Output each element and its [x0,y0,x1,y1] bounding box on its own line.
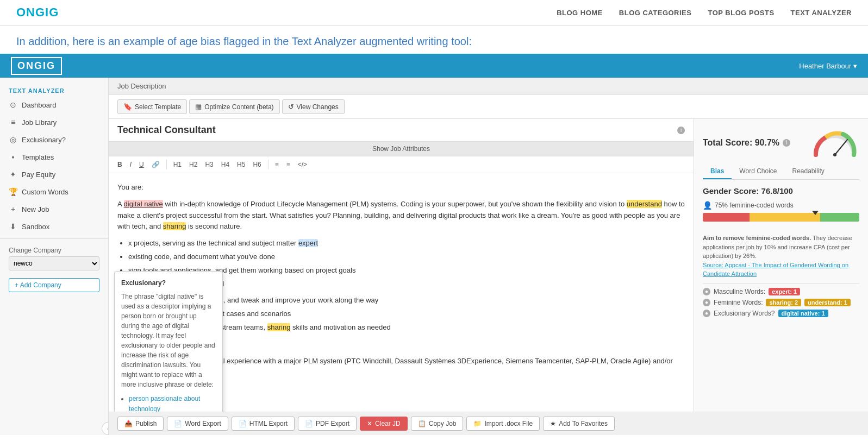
html-export-icon: 📄 [239,420,247,427]
user-menu[interactable]: Heather Barbour ▾ [799,62,857,70]
score-info-icon[interactable]: i [783,139,790,147]
history-icon: ↺ [288,103,294,111]
format-code[interactable]: </> [295,159,310,170]
sidebar-item-sandbox[interactable]: ⬇ Sandbox [0,218,108,235]
nav-text-analyzer[interactable]: TEXT ANALYZER [791,9,852,17]
top-nav-logo[interactable]: ONGIG [16,5,59,20]
copy-icon: 📋 [418,420,426,427]
tooltip-title: Exclusionary? [121,278,216,288]
masculine-info-icon[interactable]: ● [703,288,710,295]
masculine-word-expert[interactable]: expert [298,239,318,247]
editor-toolbar: 🔖 Select Template ▦ Optimize Content (be… [109,95,868,119]
nav-blog-categories[interactable]: BLOG CATEGORIES [619,9,692,17]
company-select[interactable]: newco [9,256,99,270]
aim-source-link[interactable]: Source: Appcast - The Impact of Gendered… [703,262,848,278]
word-export-button[interactable]: 📄 Word Export [167,417,228,431]
content-area: Job Description 🔖 Select Template ▦ Opti… [109,78,868,435]
templates-icon: ▪ [9,153,17,161]
format-h3[interactable]: H3 [202,159,216,170]
pay-equity-icon: ✦ [9,170,17,179]
feminine-words-row: ● Feminine Words: sharing: 2 understand:… [703,299,859,306]
format-ol[interactable]: ≡ [283,159,294,170]
format-h2[interactable]: H2 [186,159,201,170]
nav-blog-home[interactable]: BLOG HOME [557,9,603,17]
sidebar-label-new-job: New Job [22,205,49,213]
select-template-button[interactable]: 🔖 Select Template [117,99,187,114]
bias-bar-red [703,213,750,222]
custom-words-icon: 🏆 [9,187,17,196]
editor-panel: i Show Job Attributes B I U 🔗 H1 H [109,119,868,412]
fmt-divider-2 [268,160,268,169]
feminine-badge-understand: understand: 1 [804,299,851,306]
exclusionary-icon: ◎ [9,135,17,144]
optimize-content-button[interactable]: ▦ Optimize Content (beta) [189,99,279,114]
show-job-attributes-bar[interactable]: Show Job Attributes [109,142,694,156]
tab-bias[interactable]: Bias [703,164,732,179]
sidebar-item-pay-equity[interactable]: ✦ Pay Equity [0,166,108,183]
sidebar-item-dashboard[interactable]: ⊙ Dashboard [0,96,108,114]
fmt-divider-1 [166,160,167,169]
feminine-word-sharing2[interactable]: sharing [267,323,291,331]
sidebar-item-exclusionary[interactable]: ◎ Exclusionary? [0,131,108,148]
job-title-input[interactable] [117,124,677,136]
sidebar-collapse-button[interactable]: ‹ [102,422,109,435]
svg-line-0 [835,140,847,155]
publish-icon: 📤 [124,420,133,427]
html-export-button[interactable]: 📄 HTML Export [232,417,295,431]
bias-bar-wrapper [703,213,859,226]
feminine-word-understand[interactable]: understand [627,200,662,208]
tab-readability[interactable]: Readability [785,164,832,179]
format-bold[interactable]: B [114,159,126,170]
format-h5[interactable]: H5 [234,159,248,170]
sidebar-item-custom-words[interactable]: 🏆 Custom Words [0,183,108,200]
score-header: Total Score: 90.7% i [703,128,859,158]
clear-icon: ✕ [367,420,372,427]
optimize-icon: ▦ [195,103,202,111]
format-link[interactable]: 🔗 [148,159,163,170]
tab-word-choice[interactable]: Word Choice [732,164,784,179]
dashboard-icon: ⊙ [9,100,17,109]
format-underline[interactable]: U [136,159,147,170]
copy-job-button[interactable]: 📋 Copy Job [411,417,464,431]
clear-jd-button[interactable]: ✕ Clear JD [360,417,408,431]
format-ul[interactable]: ≡ [272,159,282,170]
format-italic[interactable]: I [127,159,135,170]
job-library-icon: ≡ [9,118,17,127]
format-h1[interactable]: H1 [170,159,185,170]
exclusionary-badge: digital native: 1 [778,310,828,317]
nav-top-blog-posts[interactable]: TOP BLOG POSTS [708,9,774,17]
tooltip-suggestion-1[interactable]: person passionate about technology [129,395,200,412]
job-info-icon[interactable]: i [677,127,685,134]
format-h4[interactable]: H4 [218,159,233,170]
job-editor: i Show Job Attributes B I U 🔗 H1 H [109,119,694,412]
job-content[interactable]: You are: A digital native with in-depth … [109,173,694,412]
publish-button[interactable]: 📤 Publish [117,417,164,431]
bias-bar-yellow [750,213,820,222]
pdf-export-button[interactable]: 📄 PDF Export [298,417,357,431]
view-changes-button[interactable]: ↺ View Changes [282,99,345,114]
add-company-button[interactable]: + Add Company [9,278,99,292]
format-h6[interactable]: H6 [249,159,264,170]
total-score-label: Total Score: 90.7% [703,138,779,148]
feminine-word-sharing1[interactable]: sharing [163,222,186,230]
bias-ratio-label: 👤 75% feminine-coded words [703,201,859,210]
exclusionary-word-digital-native[interactable]: digital native [124,200,163,208]
sidebar-item-job-library[interactable]: ≡ Job Library [0,114,108,131]
import-docx-button[interactable]: 📁 Import .docx File [466,417,540,431]
bullet-item: existing code, and document what you've … [128,251,685,263]
bookmark-icon: 🔖 [123,103,132,111]
word-categories: ● Masculine Words: expert: 1 ● Feminine … [703,283,859,320]
sidebar-label-job-library: Job Library [22,118,57,127]
add-favorites-button[interactable]: ★ Add To Favorites [543,417,615,431]
change-company-section: Change Company newco [0,242,108,275]
gauge-svg [810,128,859,158]
sidebar-item-templates[interactable]: ▪ Templates [0,148,108,166]
content-para1: You are: [117,182,685,193]
right-panel: Total Score: 90.7% i [694,119,868,412]
sidebar-item-new-job[interactable]: + New Job [0,200,108,218]
exclusionary-info-icon[interactable]: ● [703,310,710,317]
sidebar: TEXT ANALYZER ⊙ Dashboard ≡ Job Library … [0,78,109,435]
app-header: ONGIG Heather Barbour ▾ [0,54,868,78]
feminine-info-icon[interactable]: ● [703,299,710,306]
sidebar-label-custom-words: Custom Words [22,188,68,196]
